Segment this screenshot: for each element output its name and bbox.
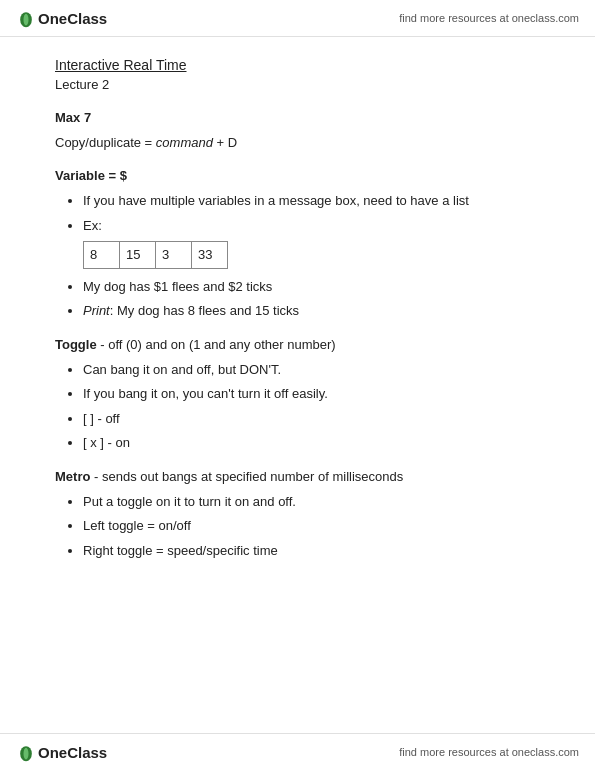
- toggle-desc: - off (0) and on (1 and any other number…: [97, 337, 336, 352]
- command-text: command: [156, 135, 213, 150]
- variable-bullet-2: My dog has $1 flees and $2 ticks: [83, 277, 540, 297]
- header-resource-link: find more resources at oneclass.com: [399, 12, 579, 24]
- svg-point-3: [24, 748, 29, 760]
- copy-line: Copy/duplicate = command + D: [55, 135, 540, 150]
- metro-bullets: Put a toggle on it to turn it on and off…: [55, 492, 540, 561]
- variable-heading-text: Variable = $: [55, 168, 127, 183]
- toggle-bullet-2: If you bang it on, you can't turn it off…: [83, 384, 540, 404]
- svg-point-1: [24, 14, 29, 26]
- toggle-heading: Toggle: [55, 337, 97, 352]
- toggle-section: Toggle - off (0) and on (1 and any other…: [55, 337, 540, 453]
- header-logo-text: OneClass: [38, 10, 107, 27]
- variable-bullets-1: If you have multiple variables in a mess…: [55, 191, 540, 321]
- table-row: 8 15 3 33: [84, 242, 228, 269]
- table-cell-3: 3: [156, 242, 192, 269]
- metro-heading: Metro: [55, 469, 90, 484]
- variable-section: Variable = $ If you have multiple variab…: [55, 168, 540, 321]
- metro-bullet-3: Right toggle = speed/specific time: [83, 541, 540, 561]
- document-title: Interactive Real Time: [55, 57, 540, 73]
- toggle-bullets: Can bang it on and off, but DON'T. If yo…: [55, 360, 540, 453]
- print-label: Print: [83, 303, 110, 318]
- header-logo: OneClass: [16, 8, 107, 28]
- toggle-bullet-3: [ ] - off: [83, 409, 540, 429]
- metro-bullet-1: Put a toggle on it to turn it on and off…: [83, 492, 540, 512]
- table-cell-2: 15: [120, 242, 156, 269]
- example-table: 8 15 3 33: [83, 241, 228, 269]
- max-heading: Max 7: [55, 110, 540, 125]
- toggle-bullet-4: [ x ] - on: [83, 433, 540, 453]
- main-content: Interactive Real Time Lecture 2 Max 7 Co…: [0, 37, 595, 616]
- footer-resource-link: find more resources at oneclass.com: [399, 746, 579, 758]
- footer-logo: OneClass: [16, 742, 107, 762]
- table-cell-1: 8: [84, 242, 120, 269]
- toggle-bullet-1: Can bang it on and off, but DON'T.: [83, 360, 540, 380]
- metro-desc: - sends out bangs at specified number of…: [90, 469, 403, 484]
- metro-heading-line: Metro - sends out bangs at specified num…: [55, 469, 540, 484]
- footer-oneclass-logo-icon: [16, 742, 36, 762]
- metro-section: Metro - sends out bangs at specified num…: [55, 469, 540, 561]
- variable-heading: Variable = $: [55, 168, 540, 183]
- metro-bullet-2: Left toggle = on/off: [83, 516, 540, 536]
- print-text: : My dog has 8 flees and 15 ticks: [110, 303, 299, 318]
- oneclass-logo-icon: [16, 8, 36, 28]
- copy-line-text: Copy/duplicate = command + D: [55, 135, 237, 150]
- table-cell-4: 33: [192, 242, 228, 269]
- lecture-label: Lecture 2: [55, 77, 540, 92]
- variable-bullet-ex: Ex: 8 15 3 33: [83, 216, 540, 269]
- print-bullet: Print: My dog has 8 flees and 15 ticks: [83, 301, 540, 321]
- toggle-heading-line: Toggle - off (0) and on (1 and any other…: [55, 337, 540, 352]
- footer: OneClass find more resources at oneclass…: [0, 733, 595, 770]
- footer-logo-text: OneClass: [38, 744, 107, 761]
- variable-bullet-1: If you have multiple variables in a mess…: [83, 191, 540, 211]
- header: OneClass find more resources at oneclass…: [0, 0, 595, 37]
